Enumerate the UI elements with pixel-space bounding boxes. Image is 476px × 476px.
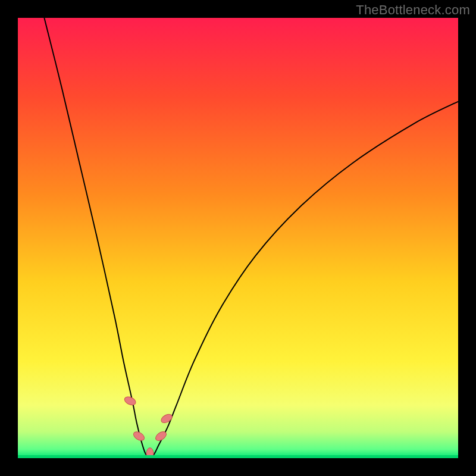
chart-svg <box>18 18 458 458</box>
baseline-green-strip <box>18 455 458 458</box>
chart-frame: TheBottleneck.com <box>0 0 476 476</box>
plot-area <box>18 18 458 458</box>
gradient-background <box>18 18 458 458</box>
watermark-text: TheBottleneck.com <box>356 2 470 18</box>
